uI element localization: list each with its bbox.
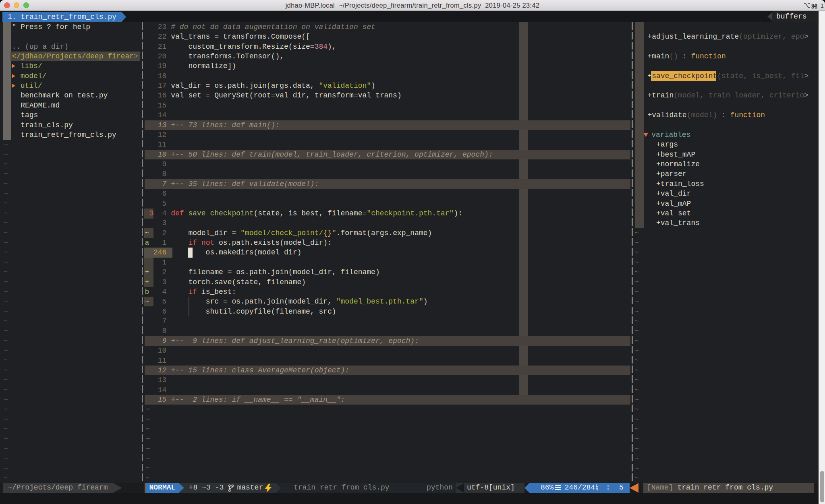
svg-text:1: 1	[821, 2, 824, 9]
